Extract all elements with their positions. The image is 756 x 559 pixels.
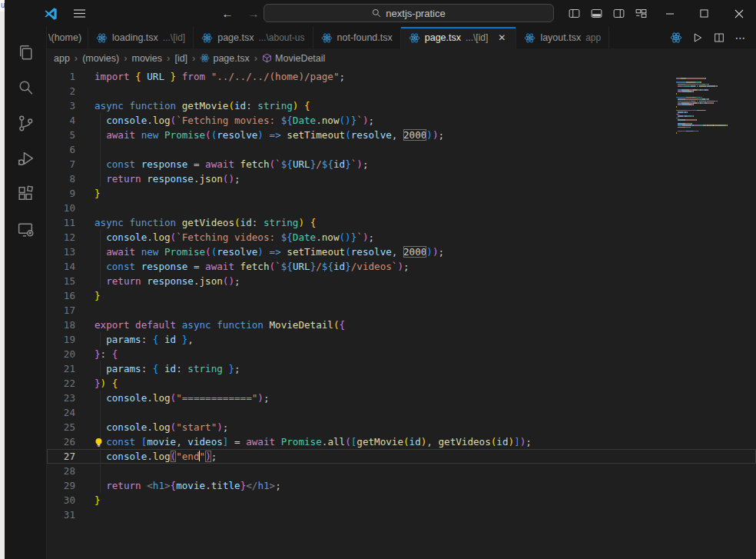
tab-close-icon[interactable]: ✕ xyxy=(496,32,508,44)
code-line-2[interactable]: 2 xyxy=(47,84,756,98)
code-line-5[interactable]: 5 await new Promise((resolve) => setTime… xyxy=(47,128,756,142)
line-number[interactable]: 8 xyxy=(47,171,75,186)
tab-detail: ...\about-us xyxy=(258,32,304,43)
code-line-22[interactable]: 22}) { xyxy=(47,376,756,391)
back-arrow-icon[interactable]: ← xyxy=(218,7,237,20)
source-control-icon[interactable] xyxy=(8,105,43,141)
customize-layout-icon[interactable] xyxy=(630,0,652,27)
code-line-14[interactable]: 14 const response = await fetch(`${URL}/… xyxy=(47,259,756,274)
code-line-18[interactable]: 18export default async function MovieDet… xyxy=(47,318,756,332)
tab-not-found.tsx-3[interactable]: not-found.tsx xyxy=(313,27,401,48)
split-editor-icon[interactable] xyxy=(710,28,728,47)
code-line-4[interactable]: 4 console.log(`Fetching movies: ${Date.n… xyxy=(47,113,756,128)
code-line-16[interactable]: 16} xyxy=(47,288,756,303)
line-number[interactable]: 27 xyxy=(47,449,75,464)
line-number[interactable]: 16 xyxy=(47,288,75,303)
code-line-19[interactable]: 19 params: { id }, xyxy=(47,332,756,347)
code-line-6[interactable]: 6 xyxy=(47,142,756,157)
toggle-secondary-sidebar-icon[interactable] xyxy=(608,0,630,27)
minimap-line xyxy=(676,117,750,118)
line-number[interactable]: 30 xyxy=(47,493,75,507)
line-number[interactable]: 29 xyxy=(47,478,75,493)
lightbulb-icon[interactable] xyxy=(94,437,104,447)
toggle-primary-sidebar-icon[interactable] xyxy=(563,0,585,27)
tab-layout.tsx-5[interactable]: layout.tsxapp xyxy=(516,27,609,48)
code-line-13[interactable]: 13 await new Promise((resolve) => setTim… xyxy=(47,245,756,259)
maximize-button[interactable] xyxy=(687,0,721,27)
line-number[interactable]: 17 xyxy=(47,303,75,318)
code-line-7[interactable]: 7 const response = await fetch(`${URL}/$… xyxy=(47,157,756,171)
remote-explorer-icon[interactable] xyxy=(8,211,43,247)
line-number[interactable]: 26 xyxy=(47,434,75,449)
code-line-27[interactable]: 27 console.log("end"); xyxy=(47,449,756,464)
code-line-23[interactable]: 23 console.log("============"); xyxy=(47,391,756,405)
line-number[interactable]: 18 xyxy=(47,318,75,332)
line-number[interactable]: 9 xyxy=(47,186,75,201)
explorer-icon[interactable] xyxy=(8,35,43,70)
line-number[interactable]: 20 xyxy=(47,347,75,361)
code-line-9[interactable]: 9} xyxy=(47,186,756,201)
line-number[interactable]: 22 xyxy=(47,376,75,391)
tab-page.tsx-2[interactable]: page.tsx...\about-us xyxy=(194,27,313,48)
line-number[interactable]: 23 xyxy=(47,391,75,405)
tab-page.tsx-4[interactable]: page.tsx...\[id]✕ xyxy=(401,27,517,48)
code-line-28[interactable]: 28 xyxy=(47,464,756,478)
line-number[interactable]: 4 xyxy=(47,113,75,128)
more-actions-icon[interactable]: ⋯ xyxy=(731,28,750,47)
react-extension-icon[interactable] xyxy=(667,28,685,47)
extensions-icon[interactable] xyxy=(8,176,43,211)
code-line-10[interactable]: 10 xyxy=(47,201,756,215)
code-line-17[interactable]: 17 xyxy=(47,303,756,318)
tab-home-0[interactable]: \(home) xyxy=(47,27,88,48)
code-line-8[interactable]: 8 return response.json(); xyxy=(47,171,756,186)
line-number[interactable]: 6 xyxy=(47,142,75,157)
breadcrumb-item-3[interactable]: [id] xyxy=(174,53,187,64)
line-number[interactable]: 1 xyxy=(47,69,75,84)
line-number[interactable]: 13 xyxy=(47,245,75,259)
line-number[interactable]: 28 xyxy=(47,464,75,478)
minimize-button[interactable] xyxy=(652,0,687,27)
menu-hamburger-icon[interactable] xyxy=(69,4,89,24)
breadcrumb-file[interactable]: page.tsx xyxy=(200,53,249,64)
line-number[interactable]: 2 xyxy=(47,84,75,98)
line-number[interactable]: 15 xyxy=(47,274,75,288)
code-line-15[interactable]: 15 return response.json(); xyxy=(47,274,756,288)
forward-arrow-icon[interactable]: → xyxy=(244,7,263,20)
line-number[interactable]: 10 xyxy=(47,201,75,215)
code-line-1[interactable]: 1import { URL } from "../../../(home)/pa… xyxy=(47,69,756,84)
search-sidebar-icon[interactable] xyxy=(8,70,43,105)
line-number[interactable]: 14 xyxy=(47,259,75,274)
line-number[interactable]: 12 xyxy=(47,230,75,245)
line-number[interactable]: 19 xyxy=(47,332,75,347)
code-line-25[interactable]: 25 console.log("start"); xyxy=(47,420,756,434)
code-line-29[interactable]: 29 return <h1>{movie.title}</h1>; xyxy=(47,478,756,493)
line-number[interactable]: 7 xyxy=(47,157,75,171)
code-line-30[interactable]: 30} xyxy=(47,493,756,507)
breadcrumb-symbol[interactable]: MovieDetail xyxy=(262,53,325,64)
code-line-24[interactable]: 24 xyxy=(47,405,756,420)
line-number[interactable]: 21 xyxy=(47,361,75,376)
code-line-11[interactable]: 11async function getVideos(id: string) { xyxy=(47,215,756,230)
code-line-31[interactable]: 31 xyxy=(47,507,756,522)
code-line-3[interactable]: 3async function getMovie(id: string) { xyxy=(47,98,756,113)
breadcrumb-item-1[interactable]: (movies) xyxy=(82,53,119,64)
code-line-26[interactable]: 26 const [movie, videos] = await Promise… xyxy=(47,434,756,449)
tab-loading.tsx-1[interactable]: loading.tsx...\[id] xyxy=(88,27,194,48)
line-number[interactable]: 24 xyxy=(47,405,75,420)
line-number[interactable]: 3 xyxy=(47,98,75,113)
code-line-21[interactable]: 21 params: { id: string }; xyxy=(47,361,756,376)
command-center-search[interactable]: nextjs-pratice xyxy=(264,4,554,22)
toggle-panel-icon[interactable] xyxy=(585,0,608,27)
line-number[interactable]: 5 xyxy=(47,128,75,142)
minimap[interactable] xyxy=(676,68,750,127)
code-line-20[interactable]: 20}: { xyxy=(47,347,756,361)
run-file-icon[interactable] xyxy=(688,28,707,47)
code-line-12[interactable]: 12 console.log(`Fetching videos: ${Date.… xyxy=(47,230,756,245)
run-and-debug-icon[interactable] xyxy=(8,141,43,176)
breadcrumb-item-0[interactable]: app xyxy=(54,53,70,64)
line-number[interactable]: 25 xyxy=(47,420,75,434)
breadcrumb-item-2[interactable]: movies xyxy=(131,53,162,64)
close-window-button[interactable] xyxy=(721,0,756,27)
line-number[interactable]: 31 xyxy=(47,507,75,522)
line-number[interactable]: 11 xyxy=(47,215,75,230)
